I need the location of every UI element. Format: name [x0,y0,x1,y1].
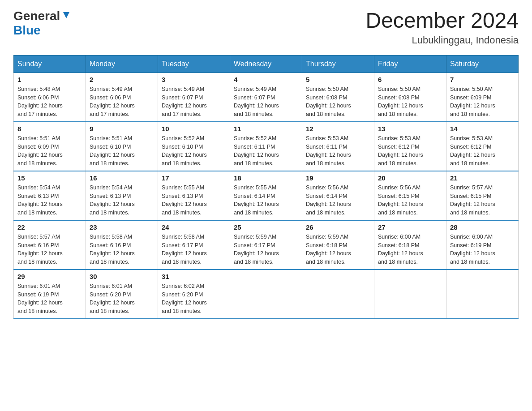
day-info: Sunrise: 5:52 AMSunset: 6:10 PMDaylight:… [162,134,226,168]
calendar-cell: 24Sunrise: 5:58 AMSunset: 6:17 PMDayligh… [158,220,230,270]
calendar-cell: 8Sunrise: 5:51 AMSunset: 6:09 PMDaylight… [14,122,86,171]
location-subtitle: Lubuklinggau, Indonesia [365,34,519,46]
calendar-cell: 5Sunrise: 5:50 AMSunset: 6:08 PMDaylight… [302,73,374,122]
day-number: 18 [234,174,298,182]
logo-blue: Blue [13,23,41,37]
day-number: 23 [90,223,154,231]
day-info: Sunrise: 5:50 AMSunset: 6:08 PMDaylight:… [306,85,370,119]
calendar-cell: 30Sunrise: 6:01 AMSunset: 6:20 PMDayligh… [86,270,158,319]
day-number: 24 [162,223,226,231]
svg-marker-0 [63,12,69,18]
day-number: 1 [17,76,82,83]
day-number: 25 [234,223,298,231]
day-number: 2 [90,76,154,83]
day-info: Sunrise: 5:53 AMSunset: 6:11 PMDaylight:… [306,134,370,168]
day-info: Sunrise: 5:57 AMSunset: 6:15 PMDaylight:… [450,184,515,217]
day-info: Sunrise: 5:53 AMSunset: 6:12 PMDaylight:… [378,134,442,168]
calendar-cell: 1Sunrise: 5:48 AMSunset: 6:06 PMDaylight… [14,73,86,122]
day-number: 5 [306,76,370,83]
day-info: Sunrise: 5:59 AMSunset: 6:18 PMDaylight:… [306,233,370,266]
day-info: Sunrise: 5:50 AMSunset: 6:08 PMDaylight:… [378,85,442,119]
month-year-title: December 2024 [365,9,519,33]
day-info: Sunrise: 5:59 AMSunset: 6:17 PMDaylight:… [234,233,298,266]
column-header-wednesday: Wednesday [230,55,302,73]
logo-triangle-icon [61,10,71,20]
calendar-cell: 22Sunrise: 5:57 AMSunset: 6:16 PMDayligh… [14,220,86,270]
column-header-thursday: Thursday [302,55,374,73]
day-number: 3 [162,76,226,83]
calendar-cell: 21Sunrise: 5:57 AMSunset: 6:15 PMDayligh… [446,171,519,220]
day-info: Sunrise: 5:57 AMSunset: 6:16 PMDaylight:… [17,233,82,266]
day-number: 20 [378,174,442,182]
calendar-cell: 12Sunrise: 5:53 AMSunset: 6:11 PMDayligh… [302,122,374,171]
day-number: 12 [306,125,370,133]
day-info: Sunrise: 5:49 AMSunset: 6:06 PMDaylight:… [90,85,154,119]
day-number: 9 [90,125,154,133]
day-number: 30 [90,273,154,280]
calendar-cell [302,270,374,319]
day-info: Sunrise: 6:02 AMSunset: 6:20 PMDaylight:… [162,282,226,316]
calendar-cell: 19Sunrise: 5:56 AMSunset: 6:14 PMDayligh… [302,171,374,220]
logo-general: General [13,9,60,23]
day-info: Sunrise: 5:56 AMSunset: 6:14 PMDaylight:… [306,184,370,217]
calendar-cell: 11Sunrise: 5:52 AMSunset: 6:11 PMDayligh… [230,122,302,171]
calendar-cell: 7Sunrise: 5:50 AMSunset: 6:09 PMDaylight… [446,73,519,122]
calendar-week-row-1: 1Sunrise: 5:48 AMSunset: 6:06 PMDaylight… [14,73,519,122]
day-number: 6 [378,76,442,83]
calendar-cell: 26Sunrise: 5:59 AMSunset: 6:18 PMDayligh… [302,220,374,270]
calendar-cell: 15Sunrise: 5:54 AMSunset: 6:13 PMDayligh… [14,171,86,220]
day-number: 10 [162,125,226,133]
calendar-cell: 29Sunrise: 6:01 AMSunset: 6:19 PMDayligh… [14,270,86,319]
calendar-cell: 3Sunrise: 5:49 AMSunset: 6:07 PMDaylight… [158,73,230,122]
calendar-week-row-5: 29Sunrise: 6:01 AMSunset: 6:19 PMDayligh… [14,270,519,319]
day-number: 21 [450,174,515,182]
day-info: Sunrise: 5:50 AMSunset: 6:09 PMDaylight:… [450,85,515,119]
day-info: Sunrise: 5:56 AMSunset: 6:15 PMDaylight:… [378,184,442,217]
title-area: December 2024 Lubuklinggau, Indonesia [365,9,519,46]
day-info: Sunrise: 5:53 AMSunset: 6:12 PMDaylight:… [450,134,515,168]
day-number: 31 [162,273,226,280]
day-info: Sunrise: 5:58 AMSunset: 6:16 PMDaylight:… [90,233,154,266]
calendar-cell: 18Sunrise: 5:55 AMSunset: 6:14 PMDayligh… [230,171,302,220]
day-info: Sunrise: 6:01 AMSunset: 6:20 PMDaylight:… [90,282,154,316]
calendar-week-row-4: 22Sunrise: 5:57 AMSunset: 6:16 PMDayligh… [14,220,519,270]
day-info: Sunrise: 5:52 AMSunset: 6:11 PMDaylight:… [234,134,298,168]
day-info: Sunrise: 5:55 AMSunset: 6:14 PMDaylight:… [234,184,298,217]
day-info: Sunrise: 6:00 AMSunset: 6:19 PMDaylight:… [450,233,515,266]
column-header-tuesday: Tuesday [158,55,230,73]
logo: General Blue [13,9,71,38]
column-header-monday: Monday [86,55,158,73]
day-number: 26 [306,223,370,231]
calendar-cell: 25Sunrise: 5:59 AMSunset: 6:17 PMDayligh… [230,220,302,270]
calendar-table: SundayMondayTuesdayWednesdayThursdayFrid… [13,55,519,319]
page-header: General Blue December 2024 Lubuklinggau,… [13,9,519,46]
calendar-cell: 2Sunrise: 5:49 AMSunset: 6:06 PMDaylight… [86,73,158,122]
day-info: Sunrise: 5:48 AMSunset: 6:06 PMDaylight:… [17,85,82,119]
day-info: Sunrise: 5:54 AMSunset: 6:13 PMDaylight:… [90,184,154,217]
column-header-saturday: Saturday [446,55,519,73]
calendar-cell: 6Sunrise: 5:50 AMSunset: 6:08 PMDaylight… [374,73,446,122]
day-info: Sunrise: 5:58 AMSunset: 6:17 PMDaylight:… [162,233,226,266]
calendar-cell: 9Sunrise: 5:51 AMSunset: 6:10 PMDaylight… [86,122,158,171]
calendar-header-row: SundayMondayTuesdayWednesdayThursdayFrid… [14,55,519,73]
day-number: 27 [378,223,442,231]
day-number: 28 [450,223,515,231]
calendar-cell: 13Sunrise: 5:53 AMSunset: 6:12 PMDayligh… [374,122,446,171]
calendar-cell [446,270,519,319]
calendar-cell: 17Sunrise: 5:55 AMSunset: 6:13 PMDayligh… [158,171,230,220]
calendar-cell: 23Sunrise: 5:58 AMSunset: 6:16 PMDayligh… [86,220,158,270]
day-info: Sunrise: 6:00 AMSunset: 6:18 PMDaylight:… [378,233,442,266]
day-number: 11 [234,125,298,133]
calendar-cell: 10Sunrise: 5:52 AMSunset: 6:10 PMDayligh… [158,122,230,171]
day-info: Sunrise: 5:55 AMSunset: 6:13 PMDaylight:… [162,184,226,217]
day-number: 19 [306,174,370,182]
day-number: 22 [17,223,82,231]
calendar-cell: 31Sunrise: 6:02 AMSunset: 6:20 PMDayligh… [158,270,230,319]
day-info: Sunrise: 6:01 AMSunset: 6:19 PMDaylight:… [17,282,82,316]
day-number: 14 [450,125,515,133]
calendar-week-row-2: 8Sunrise: 5:51 AMSunset: 6:09 PMDaylight… [14,122,519,171]
calendar-cell [374,270,446,319]
day-info: Sunrise: 5:51 AMSunset: 6:09 PMDaylight:… [17,134,82,168]
calendar-cell: 28Sunrise: 6:00 AMSunset: 6:19 PMDayligh… [446,220,519,270]
column-header-sunday: Sunday [14,55,86,73]
